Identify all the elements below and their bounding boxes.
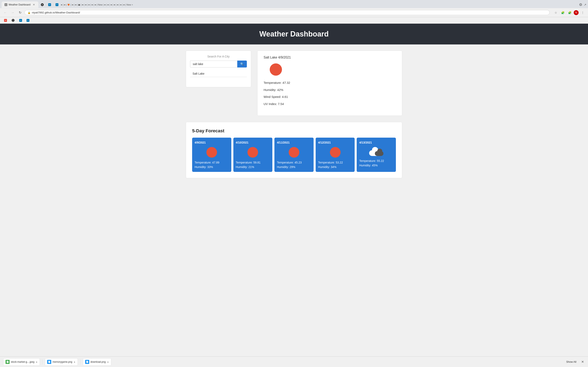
forecast-card: 4/9/2021Temperature: 47.89Humidity: 33% <box>192 138 231 172</box>
tab-row-icons: ⚙ ↗ <box>579 2 586 7</box>
download-chevron-icon: ▲ <box>107 361 109 363</box>
forecast-card: 4/13/2021 Temperature: 55.22Humidity: 45… <box>357 138 396 172</box>
forecast-icon-sun <box>330 147 341 158</box>
bookmark-github[interactable]: ⚫ <box>10 18 16 22</box>
forecast-temperature: Temperature: 45.23 <box>277 161 311 164</box>
bookmark-li2[interactable]: in <box>25 18 31 22</box>
uv-index-text: UV Index: 7.54 <box>264 102 396 106</box>
forecast-date: 4/12/2021 <box>318 141 352 144</box>
forecast-card: 4/12/2021Temperature: 53.22Humidity: 34% <box>316 138 355 172</box>
reload-button[interactable]: ↻ <box>17 10 23 16</box>
address-bar-row: ← → ↻ 🔒 niyati7892.github.io/Weather-Das… <box>0 8 588 17</box>
forecast-cards: 4/9/2021Temperature: 47.89Humidity: 33%4… <box>192 138 396 172</box>
profile-button[interactable]: N <box>574 10 579 15</box>
address-bar[interactable]: 🔒 niyati7892.github.io/Weather-Dashboard… <box>25 10 550 15</box>
back-button[interactable]: ← <box>2 10 8 16</box>
temperature-text: Temperature: 47.32 <box>264 81 396 85</box>
current-weather-card: Salt Lake 4/9/2021 Temperature: 47.32 Hu… <box>257 50 402 116</box>
download-divider <box>80 359 80 364</box>
city-date: Salt Lake 4/9/2021 <box>264 56 396 59</box>
download-file-icon: 📄 <box>47 360 51 364</box>
download-chevron-icon: ▲ <box>73 361 76 363</box>
menu-button[interactable]: ⋮ <box>580 10 586 16</box>
humidity-text: Humidity: 42% <box>264 88 396 92</box>
gmail-favicon: M <box>4 19 7 22</box>
page-content: Weather Dashboard Search For A City 🔍 Sa… <box>0 24 588 359</box>
downloads-close-button[interactable]: ✕ <box>580 359 585 365</box>
extension-puzzle-button[interactable]: 🧩 <box>560 10 566 16</box>
main-content: Search For A City 🔍 Salt Lake Salt Lake … <box>182 44 406 184</box>
download-filename: memorygame.png <box>52 360 72 363</box>
forecast-temperature: Temperature: 59.81 <box>236 161 270 164</box>
search-weather-row: Search For A City 🔍 Salt Lake Salt Lake … <box>186 50 402 116</box>
forecast-icon-sun <box>247 147 258 158</box>
li-favicon2: in <box>26 19 29 22</box>
bookmark-li1[interactable]: in <box>17 18 24 22</box>
bookmark-gmail[interactable]: M <box>2 18 9 22</box>
download-chevron-icon: ▲ <box>35 361 38 363</box>
weather-details: Temperature: 47.32 Humidity: 42% Wind Sp… <box>264 81 396 106</box>
forecast-date: 4/9/2021 <box>195 141 229 144</box>
tab-bar: v Weather Dashboard ✕ ● in in ● | ● | 🦊 … <box>0 0 588 8</box>
forecast-temperature: Temperature: 53.22 <box>318 161 352 164</box>
tab-favicon: v <box>4 3 7 6</box>
forecast-date: 4/11/2021 <box>277 141 311 144</box>
download-filename: download.png <box>90 360 106 363</box>
forecast-icon-sun <box>207 147 217 158</box>
download-divider <box>42 359 43 364</box>
forecast-section: 5-Day Forecast 4/9/2021Temperature: 47.8… <box>186 122 402 178</box>
weather-icon-sun <box>270 63 282 76</box>
browser-actions: ☆ 🧩 🧩 N ⋮ <box>553 10 586 16</box>
search-box: Search For A City 🔍 Salt Lake <box>186 50 251 87</box>
search-button[interactable]: 🔍 <box>237 60 247 67</box>
forecast-card: 4/10/2021Temperature: 59.81Humidity: 21% <box>233 138 273 172</box>
download-item[interactable]: 📄 memorygame.png ▲ <box>45 358 78 366</box>
wind-speed-text: Wind Speed: 4.61 <box>264 95 396 99</box>
download-file-icon: 📄 <box>85 360 89 364</box>
forecast-temperature: Temperature: 55.22 <box>359 159 393 162</box>
download-file-icon: 📄 <box>6 360 9 364</box>
forecast-humidity: Humidity: 34% <box>318 165 352 169</box>
bookmarks-bar: M ⚫ in in <box>0 17 588 24</box>
forecast-title: 5-Day Forecast <box>192 128 396 133</box>
download-filename: stock-market-g....jpeg <box>11 360 34 363</box>
forecast-icon-sun <box>289 147 299 158</box>
search-result-item[interactable]: Salt Lake <box>190 70 247 77</box>
tab-favicon-li: in <box>48 3 51 6</box>
forecast-humidity: Humidity: 29% <box>277 165 311 169</box>
forecast-temperature: Temperature: 47.89 <box>195 161 229 164</box>
forecast-date: 4/13/2021 <box>359 141 393 144</box>
tab-favicon-li2: in <box>56 3 58 6</box>
tab-close-button[interactable]: ✕ <box>32 3 35 6</box>
forecast-icon-cloud <box>369 147 383 156</box>
tab-favicon-github: ● <box>41 3 44 6</box>
forecast-humidity: Humidity: 21% <box>236 165 270 169</box>
inactive-tab-li1[interactable]: in <box>46 1 53 8</box>
search-input[interactable] <box>190 60 237 67</box>
lock-icon: 🔒 <box>27 11 31 14</box>
forecast-humidity: Humidity: 33% <box>195 165 229 169</box>
show-all-button[interactable]: Show All <box>564 359 578 364</box>
browser-chrome: v Weather Dashboard ✕ ● in in ● | ● | 🦊 … <box>0 0 588 24</box>
forecast-humidity: Humidity: 45% <box>359 164 393 167</box>
forward-button[interactable]: → <box>10 10 16 16</box>
downloads-bar: 📄 stock-market-g....jpeg ▲ 📄 memorygame.… <box>0 356 588 367</box>
page-title: Weather Dashboard <box>0 30 588 38</box>
url-text: niyati7892.github.io/Weather-Dashboard/ <box>32 11 80 14</box>
extensions-button[interactable]: 🧩 <box>567 10 572 16</box>
tab-label: Weather Dashboard <box>9 3 31 6</box>
star-button[interactable]: ☆ <box>553 10 559 16</box>
forecast-card: 4/11/2021Temperature: 45.23Humidity: 29% <box>274 138 314 172</box>
search-label: Search For A City <box>190 55 247 58</box>
download-item[interactable]: 📄 download.png ▲ <box>83 358 111 366</box>
download-item[interactable]: 📄 stock-market-g....jpeg ▲ <box>3 358 40 366</box>
search-icon: 🔍 <box>240 62 244 66</box>
li-favicon1: in <box>19 19 22 22</box>
inactive-tab-li2[interactable]: in <box>53 1 61 8</box>
active-tab[interactable]: v Weather Dashboard ✕ <box>2 1 38 8</box>
github-icon: ⚫ <box>11 19 15 22</box>
forecast-date: 4/10/2021 <box>236 141 270 144</box>
site-header: Weather Dashboard <box>0 24 588 44</box>
inactive-tab-github[interactable]: ● <box>39 1 46 8</box>
search-input-row: 🔍 <box>190 60 247 67</box>
